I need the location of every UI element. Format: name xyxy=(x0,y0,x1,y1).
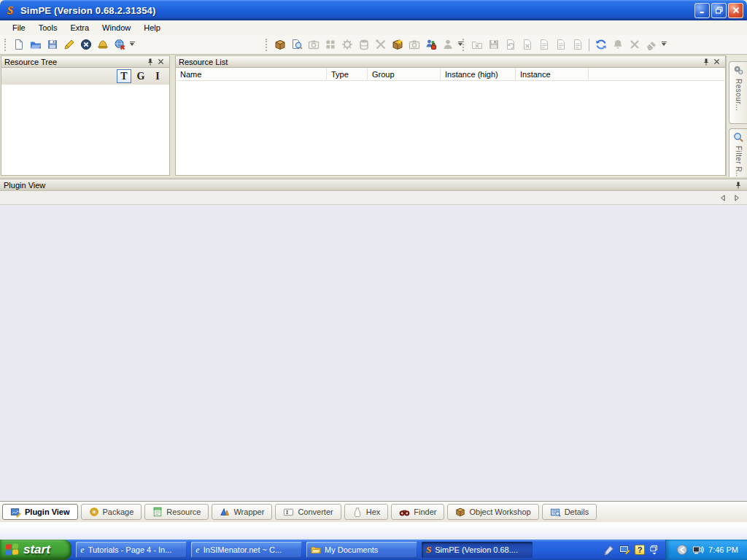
minimize-button[interactable] xyxy=(694,3,710,18)
clone-icon[interactable] xyxy=(322,36,338,53)
filter-type-button[interactable]: T xyxy=(117,69,131,83)
toolbar-grip[interactable] xyxy=(4,39,7,51)
tab-details[interactable]: Details xyxy=(542,504,597,520)
tab-plugin-view[interactable]: Plugin View xyxy=(2,504,78,520)
menu-help[interactable]: Help xyxy=(137,21,167,34)
resource-tree-header[interactable]: Resource Tree xyxy=(1,55,170,68)
open-archive-icon[interactable] xyxy=(271,36,288,53)
filter-group-button[interactable]: G xyxy=(133,69,148,83)
vertical-splitter[interactable] xyxy=(170,55,175,176)
web-update-disabled-icon[interactable] xyxy=(111,36,128,53)
save-package-icon[interactable] xyxy=(44,36,61,53)
tab-hex[interactable]: Hex xyxy=(344,504,389,520)
title-bar[interactable]: S SimPE (Version 0.68.2.31354) xyxy=(0,0,747,20)
taskbar-task-simpe[interactable]: S SimPE (Version 0.68.... xyxy=(422,542,533,558)
toolbar-overflow-button[interactable] xyxy=(128,36,136,52)
new-document-icon[interactable] xyxy=(10,36,27,53)
toolbar-grip[interactable] xyxy=(462,39,465,51)
column-group[interactable]: Group xyxy=(368,68,441,81)
resource-list-header[interactable]: Resource List xyxy=(175,55,726,68)
column-type[interactable]: Type xyxy=(327,68,368,81)
monitor-audio-icon[interactable] xyxy=(692,544,704,556)
tab-object-workshop-label: Object Workshop xyxy=(469,508,530,516)
object-workshop-icon[interactable] xyxy=(389,36,406,53)
close-panel-icon[interactable] xyxy=(711,57,722,67)
restore-resource-icon[interactable] xyxy=(502,36,519,53)
taskbar-task-tutorials[interactable]: e Tutorials - Page 4 - In... xyxy=(76,542,187,558)
menu-extra[interactable]: Extra xyxy=(63,21,96,34)
tab-finder[interactable]: Finder xyxy=(391,504,444,520)
tab-converter[interactable]: Converter xyxy=(275,504,341,520)
notify-bell-icon[interactable] xyxy=(609,36,626,53)
tab-package[interactable]: Package xyxy=(81,504,142,520)
pin-icon[interactable] xyxy=(144,57,155,67)
plugin-view-content[interactable] xyxy=(0,205,747,502)
package-icon xyxy=(89,507,99,517)
close-panel-icon[interactable] xyxy=(155,57,166,67)
sim-surgery-icon[interactable] xyxy=(422,36,439,53)
resource-tree-content[interactable] xyxy=(1,85,170,176)
pin-icon[interactable] xyxy=(732,180,743,190)
pen-tray-icon[interactable] xyxy=(603,545,614,556)
filter-instance-button[interactable]: I xyxy=(150,69,165,83)
restore-button[interactable] xyxy=(711,3,727,18)
tools-icon[interactable] xyxy=(372,36,389,53)
import-sims2pack-icon[interactable] xyxy=(94,36,111,53)
database-icon[interactable] xyxy=(355,36,372,53)
resource-text-icon[interactable] xyxy=(569,36,586,53)
camera-icon[interactable] xyxy=(406,36,422,53)
close-button[interactable] xyxy=(728,3,743,18)
scroll-left-icon[interactable] xyxy=(718,192,728,203)
converter-icon xyxy=(283,507,294,518)
start-button[interactable]: start xyxy=(0,540,71,560)
delete-x-icon[interactable] xyxy=(626,36,643,53)
column-instance-high[interactable]: Instance (high) xyxy=(441,68,516,81)
column-instance[interactable]: Instance xyxy=(516,68,589,81)
preview-resource-icon[interactable] xyxy=(288,36,305,53)
taskbar-task-my-documents[interactable]: My Documents xyxy=(306,542,417,558)
resource-list-panel: Resource List Name Type Group Instance (… xyxy=(175,55,726,176)
hidden-icons-chevron[interactable] xyxy=(649,545,659,555)
help-tray-icon[interactable]: ? xyxy=(635,545,645,555)
toolbar-grip[interactable] xyxy=(266,39,268,51)
refresh-icon[interactable] xyxy=(592,36,609,53)
resource-tree-toolbar: T G I xyxy=(1,68,170,85)
ie-icon: e xyxy=(196,544,200,556)
delete-resource-icon[interactable] xyxy=(519,36,535,53)
open-resource-icon[interactable] xyxy=(468,36,485,53)
object-workshop-icon xyxy=(455,507,465,517)
pin-icon[interactable] xyxy=(700,57,711,67)
menu-file[interactable]: File xyxy=(6,21,32,34)
tab-hex-label: Hex xyxy=(366,508,381,516)
resource-tree-panel: Resource Tree T G I xyxy=(1,55,170,176)
resource-list-icon[interactable] xyxy=(552,36,569,53)
save-resource-icon[interactable] xyxy=(485,36,502,53)
recolor-icon[interactable] xyxy=(305,36,322,53)
resource-list-content[interactable] xyxy=(175,81,726,176)
tab-plugin-view-label: Plugin View xyxy=(25,508,70,516)
column-name[interactable]: Name xyxy=(176,68,327,81)
tab-object-workshop[interactable]: Object Workshop xyxy=(447,504,538,520)
toolbar-group-tools xyxy=(264,35,465,54)
toolbar-overflow-button[interactable] xyxy=(659,36,668,52)
toolbar-group-resource xyxy=(461,35,668,54)
tray-app-icon[interactable] xyxy=(676,544,688,556)
tab-resource[interactable]: Resource xyxy=(144,504,209,520)
eraser-icon[interactable] xyxy=(643,36,659,53)
menu-tools[interactable]: Tools xyxy=(32,21,64,34)
sim-browser-icon[interactable] xyxy=(439,36,456,53)
close-package-icon[interactable] xyxy=(77,36,94,53)
scroll-right-icon[interactable] xyxy=(731,192,741,203)
open-package-icon[interactable] xyxy=(27,36,44,53)
settings-gear-icon[interactable] xyxy=(338,36,355,53)
display-settings-icon[interactable] xyxy=(619,544,630,556)
tab-wrapper[interactable]: Wrapper xyxy=(212,504,272,520)
taskbar-task-insimenator[interactable]: e InSIMenator.net ~ C... xyxy=(191,542,302,558)
menu-window[interactable]: Window xyxy=(96,21,137,34)
task-label: InSIMenator.net ~ C... xyxy=(204,545,282,554)
commit-resource-icon[interactable] xyxy=(535,36,552,53)
plugin-view-header[interactable]: Plugin View xyxy=(0,179,747,191)
tab-resource-actions[interactable]: Resour... xyxy=(729,61,747,124)
clock[interactable]: 7:46 PM xyxy=(708,545,738,554)
save-as-icon[interactable] xyxy=(61,36,77,53)
